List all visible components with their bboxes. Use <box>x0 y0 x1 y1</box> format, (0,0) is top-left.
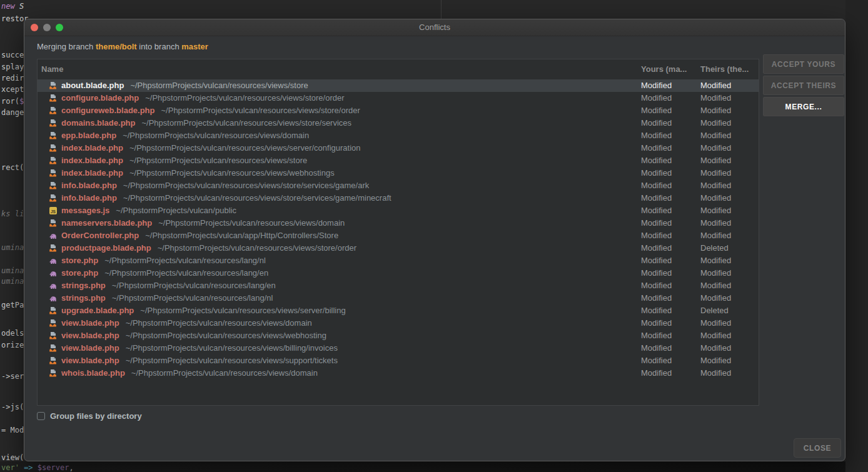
accept-yours-button[interactable]: ACCEPT YOURS <box>763 54 844 74</box>
table-row[interactable]: configure.blade.php~/PhpstormProjects/vu… <box>38 92 759 104</box>
file-name: strings.php <box>61 293 106 303</box>
theirs-status: Deleted <box>700 243 729 253</box>
theirs-status: Modified <box>700 331 731 340</box>
js-file-icon: JS <box>49 206 58 215</box>
table-row[interactable]: domains.blade.php~/PhpstormProjects/vulc… <box>38 117 759 129</box>
table-row[interactable]: OrderController.php~/PhpstormProjects/vu… <box>38 229 759 242</box>
group-by-directory-checkbox[interactable] <box>37 412 45 420</box>
file-name: view.blade.php <box>61 318 119 328</box>
file-name: store.php <box>61 268 98 278</box>
theirs-status: Modified <box>700 281 731 290</box>
theirs-status: Modified <box>700 343 731 353</box>
yours-status: Modified <box>641 131 672 140</box>
file-name: nameservers.blade.php <box>61 218 152 228</box>
table-row[interactable]: store.php~/PhpstormProjects/vulcan/resou… <box>38 254 759 267</box>
yours-status: Modified <box>641 293 672 303</box>
table-row[interactable]: view.blade.php~/PhpstormProjects/vulcan/… <box>38 317 759 329</box>
yours-status: Modified <box>641 118 672 128</box>
close-button[interactable]: CLOSE <box>794 438 841 458</box>
theirs-status: Modified <box>700 256 731 265</box>
theirs-status: Modified <box>700 318 731 328</box>
column-header-theirs[interactable]: Theirs (the... <box>700 64 749 74</box>
yours-status: Modified <box>641 143 672 153</box>
yours-status: Modified <box>641 243 672 253</box>
file-path: ~/PhpstormProjects/vulcan/resources/view… <box>140 306 345 315</box>
php-file-icon <box>49 281 58 290</box>
group-by-directory-option[interactable]: Group files by directory <box>37 411 142 421</box>
table-row[interactable]: strings.php~/PhpstormProjects/vulcan/res… <box>38 292 759 304</box>
table-row[interactable]: view.blade.php~/PhpstormProjects/vulcan/… <box>38 329 759 342</box>
file-path: ~/PhpstormProjects/vulcan/resources/view… <box>129 168 335 178</box>
table-row[interactable]: upgrade.blade.php~/PhpstormProjects/vulc… <box>38 304 759 317</box>
blade-file-icon <box>49 319 58 328</box>
file-name: messages.js <box>61 206 109 215</box>
accept-theirs-button[interactable]: ACCEPT THEIRS <box>763 76 844 95</box>
theirs-status: Deleted <box>700 306 729 315</box>
table-row[interactable]: about.blade.php~/PhpstormProjects/vulcan… <box>38 79 759 92</box>
yours-status: Modified <box>641 318 672 328</box>
yours-status: Modified <box>641 106 672 115</box>
table-row[interactable]: index.blade.php~/PhpstormProjects/vulcan… <box>38 142 759 154</box>
file-name: info.blade.php <box>61 181 117 190</box>
yours-status: Modified <box>641 156 672 165</box>
file-path: ~/PhpstormProjects/vulcan/resources/view… <box>158 218 345 228</box>
table-row[interactable]: JSmessages.js~/PhpstormProjects/vulcan/p… <box>38 204 759 217</box>
file-name: index.blade.php <box>61 143 123 153</box>
yours-status: Modified <box>641 181 672 190</box>
theirs-status: Modified <box>700 181 731 190</box>
file-path: ~/PhpstormProjects/vulcan/resources/view… <box>126 343 338 353</box>
blade-file-icon <box>49 94 58 103</box>
column-header-yours[interactable]: Yours (ma... <box>641 64 687 74</box>
table-row[interactable]: strings.php~/PhpstormProjects/vulcan/res… <box>38 279 759 292</box>
code-fragment: new S <box>1 2 24 11</box>
file-path: ~/PhpstormProjects/vulcan/resources/view… <box>141 118 351 128</box>
file-name: OrderController.php <box>61 231 139 240</box>
theirs-status: Modified <box>700 168 731 178</box>
merge-description-middle: into branch <box>137 42 182 51</box>
blade-file-icon <box>49 244 58 253</box>
table-row[interactable]: epp.blade.php~/PhpstormProjects/vulcan/r… <box>38 129 759 142</box>
file-path: ~/PhpstormProjects/vulcan/resources/view… <box>131 368 318 378</box>
table-row[interactable]: nameservers.blade.php~/PhpstormProjects/… <box>38 217 759 229</box>
theirs-status: Modified <box>700 81 731 90</box>
column-header-name[interactable]: Name <box>41 64 63 74</box>
yours-status: Modified <box>641 356 672 365</box>
table-row[interactable]: info.blade.php~/PhpstormProjects/vulcan/… <box>38 192 759 204</box>
file-name: info.blade.php <box>61 193 117 203</box>
yours-status: Modified <box>641 231 672 240</box>
table-row[interactable]: productpage.blade.php~/PhpstormProjects/… <box>38 242 759 254</box>
table-header: Name Yours (ma... Theirs (the... <box>38 59 759 79</box>
file-name: whois.blade.php <box>61 368 125 378</box>
yours-status: Modified <box>641 306 672 315</box>
table-row[interactable]: index.blade.php~/PhpstormProjects/vulcan… <box>38 167 759 179</box>
target-branch-name: master <box>181 42 208 51</box>
file-path: ~/PhpstormProjects/vulcan/resources/view… <box>158 243 356 253</box>
blade-file-icon <box>49 131 58 140</box>
table-row[interactable]: whois.blade.php~/PhpstormProjects/vulcan… <box>38 367 759 379</box>
file-path: ~/PhpstormProjects/vulcan/resources/view… <box>129 143 361 153</box>
table-row[interactable]: view.blade.php~/PhpstormProjects/vulcan/… <box>38 354 759 367</box>
conflicts-table: Name Yours (ma... Theirs (the... about.b… <box>37 59 759 406</box>
file-name: epp.blade.php <box>61 131 116 140</box>
table-row[interactable]: index.blade.php~/PhpstormProjects/vulcan… <box>38 154 759 167</box>
table-row[interactable]: info.blade.php~/PhpstormProjects/vulcan/… <box>38 179 759 192</box>
theirs-status: Modified <box>700 131 731 140</box>
yours-status: Modified <box>641 206 672 215</box>
yours-status: Modified <box>641 368 672 378</box>
merge-description: Merging branch theme/bolt into branch ma… <box>37 42 208 51</box>
source-branch-name: theme/bolt <box>96 42 137 51</box>
file-name: view.blade.php <box>61 343 119 353</box>
table-row[interactable]: view.blade.php~/PhpstormProjects/vulcan/… <box>38 342 759 354</box>
group-by-directory-label: Group files by directory <box>50 411 142 421</box>
blade-file-icon <box>49 306 58 315</box>
blade-file-icon <box>49 181 58 190</box>
merge-button[interactable]: MERGE... <box>763 97 844 116</box>
file-name: index.blade.php <box>61 156 123 165</box>
file-path: ~/PhpstormProjects/vulcan/resources/view… <box>123 193 391 203</box>
file-path: ~/PhpstormProjects/vulcan/resources/view… <box>126 331 326 340</box>
file-path: ~/PhpstormProjects/vulcan/resources/view… <box>145 93 344 103</box>
theirs-status: Modified <box>700 368 731 378</box>
dialog-titlebar[interactable]: Conflicts <box>24 19 845 36</box>
table-row[interactable]: configureweb.blade.php~/PhpstormProjects… <box>38 104 759 117</box>
table-row[interactable]: store.php~/PhpstormProjects/vulcan/resou… <box>38 267 759 279</box>
